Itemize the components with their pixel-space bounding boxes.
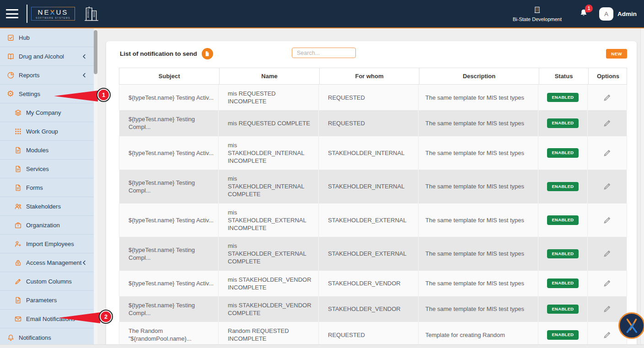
edit-pencil-icon[interactable] [603, 182, 612, 191]
sidebar-item-drug-and-alcohol[interactable]: Drug and Alcohol [0, 47, 94, 66]
sidebar-item-label: Email Notifications [26, 316, 75, 322]
sidebar-item-work-group[interactable]: Work Group [0, 122, 94, 141]
edit-pencil-icon[interactable] [603, 149, 612, 157]
cell-status: ENABLED [538, 170, 588, 203]
sidebar-item-services[interactable]: Services [0, 160, 94, 178]
bell-icon [6, 333, 15, 342]
sidebar-item-label: Access Management [26, 259, 81, 266]
sidebar-item-forms[interactable]: Forms [0, 178, 94, 197]
status-badge: ENABLED [547, 330, 578, 340]
sidebar-item-label: Hub [19, 34, 30, 41]
briefcase-icon [14, 221, 22, 229]
column-header-name: Name [219, 68, 319, 84]
new-button[interactable]: NEW [606, 49, 627, 59]
sidebar-items: Hub Drug and Alcohol Reports ⚙ Settings … [0, 28, 94, 344]
status-badge: ENABLED [547, 118, 578, 128]
cell-subject: ${typeTest.name} Testing Compl... [119, 237, 219, 270]
document-badge-icon[interactable] [202, 48, 213, 59]
page-title: List of notification to send [120, 50, 197, 57]
horizontal-scrollbar[interactable] [0, 344, 644, 348]
lock-icon [14, 258, 22, 267]
document-icon [14, 183, 22, 192]
cell-options [588, 237, 627, 270]
sidebar-item-my-company[interactable]: My Company [0, 103, 94, 122]
sidebar-item-label: Notifications [19, 334, 51, 341]
edit-pencil-icon[interactable] [603, 249, 612, 258]
status-badge: ENABLED [547, 278, 578, 288]
cell-options [588, 203, 627, 237]
chevron-left-icon [81, 54, 87, 59]
status-badge: ENABLED [547, 249, 578, 259]
sidebar-item-settings[interactable]: ⚙ Settings [0, 85, 94, 103]
sidebar-nav: Hub Drug and Alcohol Reports ⚙ Settings … [0, 28, 94, 344]
sidebar-item-stakeholders[interactable]: Stakeholders [0, 197, 94, 216]
document-icon [14, 296, 22, 304]
cell-options [588, 110, 627, 136]
edit-pencil-icon[interactable] [603, 305, 612, 313]
nexus-logo[interactable]: NEXUS SOFTWARE SYSTEMS [31, 7, 75, 21]
sidebar-item-label: Forms [26, 184, 43, 191]
cell-subject: ${typeTest.name} Testing Activ... [119, 271, 219, 296]
cell-for-whom: STAKEHOLDER_INTERNAL [319, 170, 419, 203]
search-input[interactable] [292, 48, 356, 58]
tenant-selector[interactable]: Bi-State Development [513, 6, 562, 22]
sidebar-item-organization[interactable]: Organization [0, 216, 94, 235]
cell-for-whom: STAKEHOLDER_EXTERNAL [319, 203, 419, 237]
status-badge: ENABLED [547, 182, 578, 192]
cell-description: The same template for MIS test types [419, 136, 538, 170]
status-badge: ENABLED [547, 215, 578, 225]
notifications-bell[interactable]: 1 [579, 8, 588, 20]
tenant-label: Bi-State Development [513, 16, 562, 22]
sidebar-item-hub[interactable]: Hub [0, 28, 94, 47]
table-body: ${typeTest.name} Testing Activ... mis RE… [119, 85, 627, 348]
cell-for-whom: STAKEHOLDER_EXTERNAL [319, 237, 419, 270]
cell-name: mis STAKEHOLDER_VENDOR INCOMPLETE [219, 271, 319, 296]
cell-description: The same template for MIS test types [419, 110, 538, 136]
status-badge: ENABLED [547, 305, 578, 314]
sidebar-item-parameters[interactable]: Parameters [0, 291, 94, 310]
gear-icon: ⚙ [6, 90, 15, 98]
buildings-logo-icon [82, 5, 101, 23]
cell-name: mis REQUESTED INCOMPLETE [219, 85, 319, 110]
cell-options [588, 271, 627, 296]
table-header-row: SubjectNameFor whomDescriptionStatusOpti… [119, 68, 627, 85]
cell-name: mis STAKEHOLDER_INTERNAL COMPLETE [219, 170, 319, 203]
nexus-logo-subtitle: SOFTWARE SYSTEMS [36, 16, 70, 19]
sidebar-item-notifications[interactable]: Notifications [0, 328, 94, 344]
vertical-scrollbar[interactable] [640, 28, 644, 344]
cell-name: mis STAKEHOLDER_EXTERNAL INCOMPLETE [219, 203, 319, 237]
sidebar-scrollbar[interactable] [94, 28, 97, 344]
edit-pencil-icon[interactable] [603, 331, 612, 339]
sidebar-item-email-notifications[interactable]: Email Notifications [0, 310, 94, 328]
cell-subject: ${typeTest.name} Testing Compl... [119, 110, 219, 136]
cell-status: ENABLED [538, 110, 588, 136]
edit-pencil-icon[interactable] [603, 279, 612, 288]
sidebar-item-access-management[interactable]: Access Management [0, 253, 94, 272]
sidebar-item-label: Parameters [26, 297, 57, 304]
sidebar-scrollbar-thumb[interactable] [94, 30, 97, 74]
edit-pencil-icon[interactable] [603, 119, 612, 128]
user-avatar[interactable]: A [599, 7, 613, 21]
hub-checkbox-icon [6, 33, 15, 42]
sidebar-item-modules[interactable]: Modules [0, 141, 94, 160]
sidebar-item-label: My Company [26, 109, 61, 116]
pencil-icon [14, 277, 22, 285]
sidebar-item-import-employees[interactable]: Import Employees [0, 235, 94, 253]
top-navbar: NEXUS SOFTWARE SYSTEMS Bi-State Developm… [0, 0, 644, 28]
sidebar-item-label: Drug and Alcohol [19, 53, 64, 60]
sidebar-item-reports[interactable]: Reports [0, 66, 94, 85]
edit-pencil-icon[interactable] [603, 216, 612, 225]
cell-name: mis STAKEHOLDER_VENDOR COMPLETE [219, 296, 319, 322]
sidebar-item-custom-columns[interactable]: Custom Columns [0, 272, 94, 291]
cell-name: mis STAKEHOLDER_EXTERNAL COMPLETE [219, 237, 319, 270]
cell-status: ENABLED [538, 237, 588, 270]
hamburger-menu-icon[interactable] [6, 9, 18, 18]
book-icon [6, 52, 15, 60]
table-row: ${typeTest.name} Testing Activ... mis RE… [119, 85, 627, 110]
nexus-floating-button[interactable] [618, 312, 644, 339]
cell-status: ENABLED [538, 203, 588, 237]
cell-subject: ${typeTest.name} Testing Compl... [119, 296, 219, 322]
cell-status: ENABLED [538, 136, 588, 170]
cell-description: The same template for MIS test types [419, 237, 538, 270]
edit-pencil-icon[interactable] [603, 93, 612, 102]
